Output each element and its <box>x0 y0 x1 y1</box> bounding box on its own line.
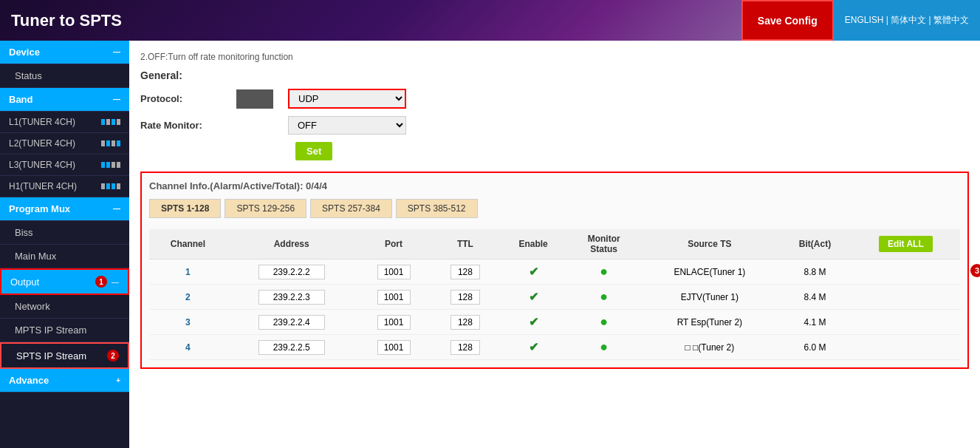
col-ttl: TTL <box>431 229 500 259</box>
tab-spts-129-256[interactable]: SPTS 129-256 <box>225 199 306 218</box>
sidebar-item-biss[interactable]: Biss <box>0 221 129 245</box>
col-bit-act: Bit(Act) <box>778 229 851 259</box>
set-row: Set <box>140 142 969 160</box>
cell-monitor-3: ● <box>567 310 640 335</box>
channel-info-box: 3 Channel Info.(Alarm/Active/Total): 0/4… <box>140 172 969 369</box>
edit-all-button[interactable]: Edit ALL <box>879 236 933 252</box>
protocol-row: Protocol: UDP RTP TCP <box>140 89 969 109</box>
tuner-icon-l3 <box>101 162 120 168</box>
cell-action-4 <box>851 335 960 360</box>
protocol-spacer <box>236 89 273 109</box>
address-input-4[interactable] <box>258 340 325 355</box>
protocol-label: Protocol: <box>140 93 236 104</box>
cell-address-2 <box>227 285 357 310</box>
sidebar-item-l1[interactable]: L1(TUNER 4CH) <box>0 112 129 133</box>
plus-icon-advance: + <box>116 376 120 384</box>
cell-channel-2: 2 <box>149 285 227 310</box>
cell-source-ts-2: EJTV(Tuner 1) <box>640 285 778 310</box>
col-source-ts: Source TS <box>640 229 778 259</box>
cell-bit-3: 4.1 M <box>778 310 851 335</box>
general-label: General: <box>140 69 969 81</box>
sidebar-item-device[interactable]: Device — <box>0 41 129 64</box>
cell-action-3 <box>851 310 960 335</box>
monitor-dot-4: ● <box>600 339 608 354</box>
col-address: Address <box>227 229 357 259</box>
cell-port-1 <box>357 259 431 285</box>
cell-channel-4: 4 <box>149 335 227 360</box>
cell-ttl-4 <box>431 335 500 360</box>
cell-monitor-1: ● <box>567 259 640 285</box>
cell-action-1 <box>851 259 960 285</box>
minus-icon-band: — <box>113 95 120 103</box>
minus-icon-device: — <box>113 48 120 56</box>
address-input-1[interactable] <box>258 265 325 279</box>
cell-channel-3: 3 <box>149 310 227 335</box>
save-config-button[interactable]: Save Config <box>741 0 834 41</box>
ttl-input-3[interactable] <box>450 315 480 330</box>
enable-check-3: ✔ <box>529 316 538 328</box>
enable-check-1: ✔ <box>529 265 538 278</box>
sidebar-item-spts-ip[interactable]: SPTS IP Stream 2 <box>0 342 129 369</box>
tuner-icon-l1 <box>101 119 120 125</box>
tuner-icon-h1 <box>101 183 120 189</box>
sidebar-item-advance[interactable]: Advance + <box>0 369 129 393</box>
port-input-4[interactable] <box>377 340 411 355</box>
tab-spts-257-384[interactable]: SPTS 257-384 <box>310 199 392 218</box>
sidebar-item-status[interactable]: Status <box>0 64 129 88</box>
sidebar-item-band[interactable]: Band — <box>0 88 129 112</box>
language-selector[interactable]: ENGLISH | 简体中文 | 繁體中文 <box>834 0 980 41</box>
sidebar-item-h1[interactable]: H1(TUNER 4CH) <box>0 176 129 197</box>
ttl-input-1[interactable] <box>450 265 480 279</box>
cell-enable-4: ✔ <box>499 335 567 360</box>
tab-spts-1-128[interactable]: SPTS 1-128 <box>149 199 221 218</box>
sidebar-item-l3[interactable]: L3(TUNER 4CH) <box>0 155 129 176</box>
ttl-input-4[interactable] <box>450 340 480 355</box>
address-input-2[interactable] <box>258 290 325 305</box>
cell-enable-3: ✔ <box>499 310 567 335</box>
ttl-input-2[interactable] <box>450 290 480 305</box>
monitor-dot-2: ● <box>600 289 608 304</box>
enable-check-4: ✔ <box>529 341 538 353</box>
cell-ttl-3 <box>431 310 500 335</box>
port-input-3[interactable] <box>377 315 411 330</box>
spts-tabs: SPTS 1-128 SPTS 129-256 SPTS 257-384 SPT… <box>149 199 960 218</box>
col-channel: Channel <box>149 229 227 259</box>
table-row: 4 ✔ ● □ □(Tuner 2) 6.0 M <box>149 335 960 360</box>
sidebar-item-mpts-ip[interactable]: MPTS IP Stream <box>0 319 129 342</box>
cell-ttl-1 <box>431 259 500 285</box>
port-input-2[interactable] <box>377 290 411 305</box>
info-text: 2.OFF:Turn off rate monitoring function <box>140 52 969 62</box>
col-edit-all: Edit ALL <box>851 229 960 259</box>
output-badge: 1 <box>95 276 107 288</box>
rate-monitor-select[interactable]: OFF ON <box>288 116 406 135</box>
sidebar-item-main-mux[interactable]: Main Mux <box>0 245 129 268</box>
main-badge-3: 3 <box>970 264 980 277</box>
channel-table: Channel Address Port TTL Enable MonitorS… <box>149 229 960 360</box>
main-layout: Device — Status Band — L1(TUNER 4CH) L2(… <box>0 41 980 448</box>
rate-monitor-row: Rate Monitor: OFF ON <box>140 116 969 135</box>
cell-port-3 <box>357 310 431 335</box>
cell-address-1 <box>227 259 357 285</box>
spts-badge: 2 <box>107 350 119 362</box>
protocol-select[interactable]: UDP RTP TCP <box>288 89 406 109</box>
sidebar-item-network[interactable]: Network <box>0 295 129 319</box>
address-input-3[interactable] <box>258 315 325 330</box>
cell-channel-1: 1 <box>149 259 227 285</box>
sidebar: Device — Status Band — L1(TUNER 4CH) L2(… <box>0 41 129 448</box>
monitor-dot-1: ● <box>600 264 608 279</box>
tab-spts-385-512[interactable]: SPTS 385-512 <box>396 199 478 218</box>
minus-icon-mux: — <box>113 205 120 213</box>
set-button[interactable]: Set <box>295 142 332 160</box>
enable-check-2: ✔ <box>529 291 538 303</box>
sidebar-item-program-mux[interactable]: Program Mux — <box>0 197 129 221</box>
header: Tuner to SPTS Save Config ENGLISH | 简体中文… <box>0 0 980 41</box>
cell-bit-1: 8.8 M <box>778 259 851 285</box>
tuner-icon-l2 <box>101 140 120 146</box>
port-input-1[interactable] <box>377 265 411 279</box>
sidebar-item-output[interactable]: Output 1 — <box>0 268 129 295</box>
sidebar-item-l2[interactable]: L2(TUNER 4CH) <box>0 133 129 155</box>
cell-port-4 <box>357 335 431 360</box>
general-section: General: Protocol: UDP RTP TCP Rate Moni… <box>140 69 969 160</box>
cell-monitor-4: ● <box>567 335 640 360</box>
col-enable: Enable <box>499 229 567 259</box>
